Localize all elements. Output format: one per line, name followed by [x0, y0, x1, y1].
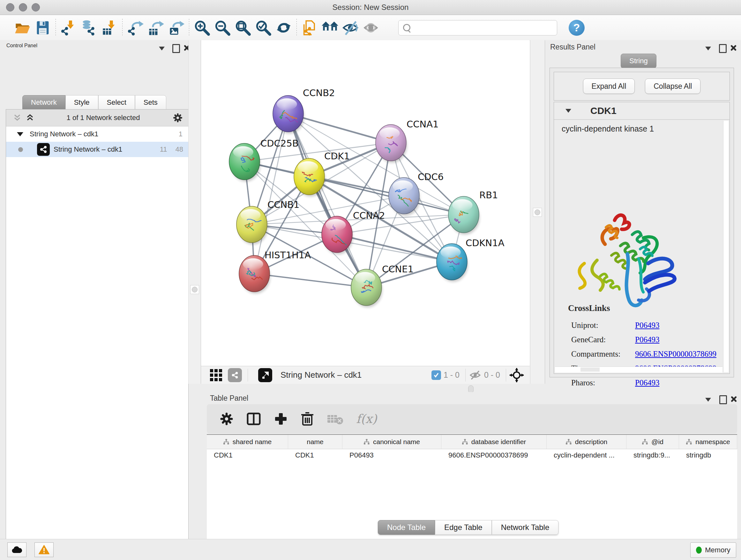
- tab-edge-table[interactable]: Edge Table: [435, 520, 492, 535]
- new-network-from-selection-icon[interactable]: [299, 18, 320, 37]
- network-node-CCNA1[interactable]: CCNA1: [376, 119, 439, 163]
- crosslink-link[interactable]: P06493: [635, 335, 659, 344]
- grid-view-icon[interactable]: [209, 368, 223, 382]
- help-button[interactable]: ?: [569, 20, 585, 36]
- apply-layout-icon[interactable]: [273, 18, 294, 37]
- network-node-CCNB1[interactable]: CCNB1: [237, 199, 300, 244]
- tab-style[interactable]: Style: [65, 95, 98, 110]
- crosslink-link[interactable]: P06493: [635, 378, 659, 387]
- network-node-CDC25B[interactable]: CDC25B: [229, 138, 299, 181]
- collapse-all-icon[interactable]: [13, 114, 21, 122]
- network-options-gear-icon[interactable]: [172, 112, 183, 123]
- add-column-icon[interactable]: [274, 412, 288, 426]
- gene-collapse-icon[interactable]: [565, 109, 571, 113]
- zoom-in-icon[interactable]: [192, 18, 212, 37]
- zoom-selected-icon[interactable]: [253, 18, 273, 37]
- network-canvas[interactable]: CDK1CCNB1CCNB2CCNA1CCNA2CCNE1CDC25BCDC6R…: [201, 40, 530, 366]
- tab-sets[interactable]: Sets: [135, 95, 166, 110]
- cell-name[interactable]: CDK1: [288, 451, 342, 459]
- birdseye-view-icon[interactable]: [258, 368, 272, 382]
- export-network-icon[interactable]: [125, 18, 145, 37]
- results-panel-close-icon[interactable]: [730, 44, 737, 53]
- tab-network[interactable]: Network: [22, 95, 65, 110]
- first-neighbors-icon[interactable]: [320, 18, 340, 37]
- column-header-namespace[interactable]: namespace: [679, 435, 737, 449]
- node-label-CDKN1A: CDKN1A: [466, 238, 504, 248]
- show-all-icon[interactable]: [360, 18, 381, 37]
- column-header--id[interactable]: @id: [626, 435, 679, 449]
- network-list-box: 1 of 1 Network selected String Netwo: [6, 109, 189, 560]
- zoom-out-icon[interactable]: [212, 18, 232, 37]
- column-header-shared-name[interactable]: shared name: [207, 435, 288, 449]
- control-panel-float-icon[interactable]: [172, 44, 180, 54]
- table-settings-gear-icon[interactable]: [219, 412, 233, 426]
- expand-all-button[interactable]: Expand All: [583, 78, 635, 94]
- edge-CCNE1-HIST1H1A[interactable]: [254, 273, 366, 287]
- control-panel-menu-icon[interactable]: [159, 46, 165, 52]
- save-session-icon[interactable]: [32, 18, 53, 37]
- table-panel-menu-icon[interactable]: [705, 397, 711, 403]
- table-row[interactable]: CDK1CDK1P064939606.ENSP00000378699cyclin…: [207, 449, 737, 461]
- search-input[interactable]: [412, 23, 557, 32]
- network-node-HIST1H1A[interactable]: HIST1H1A: [239, 250, 311, 294]
- hide-selected-icon[interactable]: [340, 18, 360, 37]
- network-row[interactable]: String Network – cdk1 11 48: [6, 142, 188, 157]
- delete-table-icon: [327, 413, 343, 425]
- expand-all-icon[interactable]: [26, 114, 34, 122]
- crosslink-link[interactable]: 9606.ENSP00000378699: [635, 350, 717, 359]
- column-header-description[interactable]: description: [547, 435, 626, 449]
- right-splitter[interactable]: [530, 40, 545, 384]
- import-table-from-file-icon[interactable]: [99, 18, 120, 37]
- network-overview-icon[interactable]: [228, 368, 242, 382]
- memory-button[interactable]: Memory: [690, 543, 736, 558]
- tab-network-table[interactable]: Network Table: [492, 520, 559, 535]
- network-node-CCNE1[interactable]: CCNE1: [351, 264, 414, 307]
- cell-description[interactable]: cyclin-dependent ...: [547, 451, 626, 459]
- results-panel-menu-icon[interactable]: [705, 46, 711, 52]
- table-tabs: Node TableEdge TableNetwork Table: [378, 520, 558, 535]
- tab-node-table[interactable]: Node Table: [378, 520, 435, 535]
- column-header-database-identifier[interactable]: database identifier: [441, 435, 547, 449]
- column-header-name[interactable]: name: [288, 435, 342, 449]
- cell-namespace[interactable]: stringdb: [679, 451, 737, 459]
- import-network-from-database-icon[interactable]: [79, 18, 99, 37]
- show-columns-icon[interactable]: [246, 412, 261, 426]
- network-collection-row[interactable]: String Network – cdk1 1: [6, 126, 188, 142]
- crosslink-link[interactable]: P06493: [635, 321, 659, 330]
- selected-checkbox-icon[interactable]: [431, 370, 441, 380]
- collapse-all-button[interactable]: Collapse All: [645, 78, 700, 94]
- navigate-crosshair-icon[interactable]: [509, 368, 524, 382]
- tab-select[interactable]: Select: [98, 95, 135, 110]
- cell-canonical-name[interactable]: P06493: [342, 451, 441, 459]
- column-header-canonical-name[interactable]: canonical name: [342, 435, 441, 449]
- left-splitter[interactable]: [188, 40, 201, 384]
- string-results-box: Expand All Collapse All CDK1 cyclin-depe…: [549, 68, 734, 377]
- cell-shared-name[interactable]: CDK1: [207, 451, 288, 459]
- cell-database-identifier[interactable]: 9606.ENSP00000378699: [441, 451, 547, 459]
- tab-string[interactable]: String: [621, 54, 657, 68]
- network-node-CDC6[interactable]: CDC6: [389, 172, 444, 215]
- cloud-button[interactable]: [7, 543, 26, 557]
- gene-section-header[interactable]: CDK1: [554, 102, 730, 120]
- delete-column-icon[interactable]: [300, 412, 314, 426]
- gene-horizontal-scrollbar[interactable]: [555, 367, 723, 373]
- gene-vertical-scrollbar[interactable]: [723, 121, 729, 372]
- table-panel-close-icon[interactable]: [730, 395, 737, 404]
- export-table-icon[interactable]: [145, 18, 166, 37]
- network-node-CDKN1A[interactable]: CDKN1A: [436, 238, 504, 282]
- tree-collapse-icon[interactable]: [17, 132, 23, 136]
- cell--id[interactable]: stringdb:9...: [626, 451, 679, 459]
- open-session-icon[interactable]: [12, 18, 32, 37]
- node-label-CCNA1: CCNA1: [407, 119, 439, 130]
- left-splitter-handle[interactable]: [190, 285, 199, 294]
- warnings-button[interactable]: [35, 543, 54, 557]
- node-label-CCNB1: CCNB1: [267, 199, 300, 210]
- right-splitter-handle[interactable]: [533, 208, 542, 217]
- import-network-from-file-icon[interactable]: [58, 18, 79, 37]
- network-node-RB1[interactable]: RB1: [448, 190, 498, 234]
- network-node-CCNB2[interactable]: CCNB2: [273, 87, 335, 133]
- results-panel-float-icon[interactable]: [719, 44, 727, 54]
- edge-CCNB2-CCNE1[interactable]: [288, 114, 366, 287]
- export-image-icon[interactable]: [166, 18, 186, 37]
- zoom-fit-icon[interactable]: [232, 18, 253, 37]
